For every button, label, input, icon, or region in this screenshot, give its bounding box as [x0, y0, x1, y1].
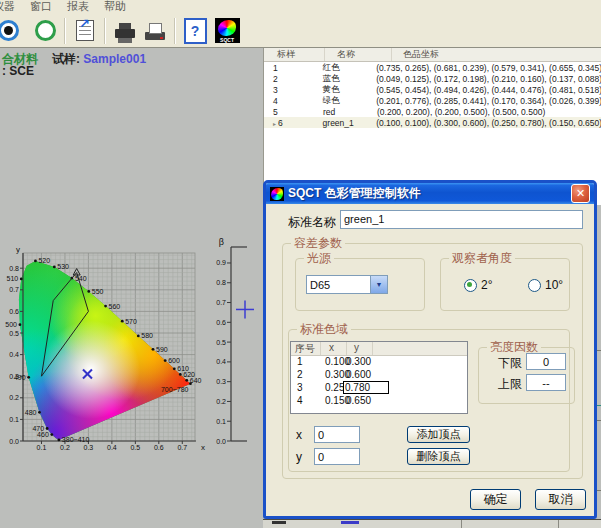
table-row[interactable]: 1红色(0.735, 0.265), (0.681, 0.239), (0.57… [264, 62, 601, 73]
print-preview-button[interactable] [140, 17, 170, 45]
menu-item[interactable]: 帮助 [104, 0, 126, 14]
menu-item[interactable]: 仪器 [0, 0, 15, 14]
observer-10deg-radio[interactable]: 10° [528, 278, 563, 292]
vertex-row[interactable]: 30.2500.780 [291, 382, 467, 395]
add-vertex-button[interactable]: 添加顶点 [407, 426, 470, 443]
svg-text:0.8: 0.8 [9, 265, 19, 272]
column-header[interactable]: 序号 [291, 342, 321, 355]
light-source-value: D65 [307, 279, 370, 291]
sce-measure-button[interactable] [30, 17, 60, 45]
table-row[interactable]: 3黄色(0.545, 0.454), (0.494, 0.426), (0.44… [264, 84, 601, 95]
svg-text:0.3: 0.3 [216, 378, 226, 385]
vertex-row[interactable]: 10.1000.300 [291, 356, 467, 369]
lower-limit-input[interactable]: 0 [526, 353, 566, 370]
tolerance-group-label: 容差参数 [291, 236, 345, 250]
chevron-down-icon[interactable]: ▼ [370, 276, 387, 293]
chromaticity-diagram[interactable]: 0.10.20.30.40.50.60.70.00.10.20.30.40.50… [0, 48, 263, 528]
gamut-group-label: 标准色域 [297, 322, 351, 336]
column-header[interactable]: 标样 [264, 48, 325, 61]
delete-vertex-button[interactable]: 删除顶点 [407, 448, 470, 465]
sci-measure-icon [0, 20, 19, 41]
svg-text:β: β [219, 237, 224, 247]
ok-button[interactable]: 确定 [470, 489, 521, 510]
help-icon: ? [184, 18, 207, 44]
svg-text:700~780: 700~780 [161, 386, 189, 393]
close-button[interactable]: ✕ [571, 184, 590, 203]
print-button[interactable] [110, 17, 140, 45]
cancel-button[interactable]: 取消 [535, 489, 586, 510]
table-row[interactable]: 2蓝色(0.049, 0.125), (0.172, 0.198), (0.21… [264, 73, 601, 84]
print-preview-icon [145, 32, 165, 40]
vertex-edit-cell: 0.780 [343, 381, 389, 394]
standards-table-body: 1红色(0.735, 0.265), (0.681, 0.239), (0.57… [264, 62, 601, 128]
vertex-y-label: y [296, 450, 302, 464]
vertex-x-label: x [296, 428, 302, 442]
svg-text:0.6: 0.6 [9, 308, 19, 315]
background-table-strip [263, 519, 601, 528]
toolbar-separator [174, 18, 176, 44]
svg-text:0.4: 0.4 [216, 358, 226, 365]
light-source-label: 光源 [304, 251, 334, 265]
svg-text:0.1: 0.1 [216, 418, 226, 425]
print-icon [115, 29, 135, 38]
svg-text:460: 460 [37, 431, 49, 438]
svg-text:570: 570 [125, 318, 137, 325]
table-row[interactable]: 4绿色(0.201, 0.776), (0.285, 0.441), (0.17… [264, 95, 601, 106]
svg-text:0.0: 0.0 [9, 438, 19, 445]
dialog-title-bar[interactable]: SQCT 色彩管理控制软件 ✕ [266, 183, 594, 204]
svg-text:0.4: 0.4 [9, 351, 19, 358]
vertex-y-cell: 0.300 [346, 356, 371, 367]
table-row[interactable]: ▸6green_1(0.100, 0.100), (0.300, 0.600),… [264, 117, 601, 128]
dialog-body: 标准名称： green_1 容差参数 光源 D65 ▼ 观察者角度 2° 10° [266, 204, 594, 516]
column-header[interactable]: y [347, 342, 373, 355]
svg-text:520: 520 [38, 257, 50, 264]
luminance-group-label: 亮度因数 [487, 340, 541, 354]
observer-2deg-label: 2° [481, 278, 492, 292]
standards-table-header: 标样 名称 色品坐标 [264, 48, 601, 62]
svg-text:500: 500 [5, 321, 17, 328]
column-header[interactable]: x [321, 342, 347, 355]
svg-text:560: 560 [109, 303, 121, 310]
svg-text:470: 470 [32, 425, 44, 432]
svg-text:640: 640 [190, 377, 202, 384]
svg-text:0.7: 0.7 [9, 286, 19, 293]
lower-limit-label: 下限 [498, 355, 522, 372]
svg-text:0.2: 0.2 [9, 394, 19, 401]
standard-edit-dialog: SQCT 色彩管理控制软件 ✕ 标准名称： green_1 容差参数 光源 D6… [263, 180, 597, 519]
sci-measure-button[interactable] [0, 17, 30, 45]
sce-measure-icon [35, 20, 56, 41]
sqct-button[interactable]: SQCT [210, 17, 244, 45]
help-button[interactable]: ? [180, 17, 210, 45]
svg-text:0.5: 0.5 [9, 330, 19, 337]
report-export-button[interactable]: ↗ [70, 17, 100, 45]
dialog-title: SQCT 色彩管理控制软件 [288, 185, 571, 202]
radio-icon [528, 279, 541, 292]
vertex-x-input[interactable]: 0 [314, 426, 360, 443]
vertex-table-header: 序号 x y [291, 342, 467, 356]
vertex-table[interactable]: 序号 x y 10.1000.30020.3000.60030.2500.780… [290, 341, 468, 414]
svg-text:550: 550 [92, 288, 104, 295]
svg-text:0.2: 0.2 [216, 398, 226, 405]
standard-name-input[interactable]: green_1 [340, 210, 583, 229]
svg-text:590: 590 [156, 346, 168, 353]
svg-text:0.5: 0.5 [216, 339, 226, 346]
vertex-y-cell: 0.600 [346, 369, 371, 380]
svg-text:490: 490 [14, 374, 26, 381]
observer-2deg-radio[interactable]: 2° [464, 278, 492, 292]
upper-limit-input[interactable]: -- [526, 374, 566, 391]
column-header[interactable]: 色品坐标 [392, 48, 601, 61]
svg-text:0.5: 0.5 [130, 444, 140, 451]
menu-item[interactable]: 窗口 [30, 0, 52, 14]
table-row[interactable]: 5red(0.200, 0.200), (0.200, 0.500), (0.5… [264, 106, 601, 117]
vertex-row[interactable]: 40.1500.650 [291, 395, 467, 408]
svg-text:0.0: 0.0 [216, 438, 226, 445]
svg-text:580: 580 [141, 332, 153, 339]
column-header [373, 342, 467, 355]
vertex-y-input[interactable]: 0 [314, 448, 360, 465]
menu-item[interactable]: 报表 [67, 0, 89, 14]
svg-text:480: 480 [25, 409, 37, 416]
light-source-select[interactable]: D65 ▼ [306, 275, 388, 294]
svg-text:0.6: 0.6 [216, 319, 226, 326]
svg-text:0.3: 0.3 [84, 444, 94, 451]
column-header[interactable]: 名称 [325, 48, 392, 61]
